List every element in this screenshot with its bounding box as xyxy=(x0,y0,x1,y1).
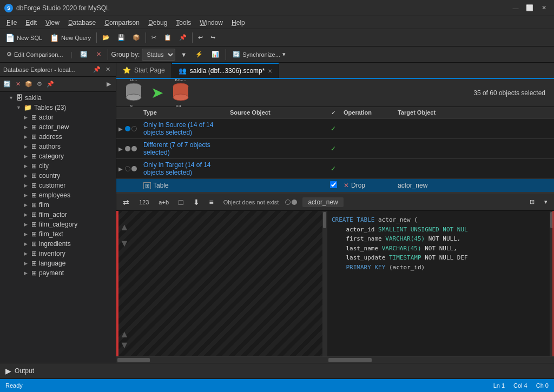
tree-item-tables[interactable]: ▼ 📁 Tables (23) xyxy=(0,103,116,112)
schema-compare-close-icon[interactable]: ✕ xyxy=(268,68,272,74)
tab-start-page[interactable]: ⭐ Start Page xyxy=(116,63,172,78)
close-button[interactable]: ✕ xyxy=(538,2,550,14)
chart-button[interactable]: 📊 xyxy=(208,48,222,62)
sidebar-close-button[interactable]: ✕ xyxy=(103,65,113,75)
window-controls[interactable]: — ⬜ ✕ xyxy=(510,2,550,14)
obj-tb-btn-3[interactable]: a+b xyxy=(155,195,172,209)
synchronize-button[interactable]: 🔄 Synchronize... ▾ xyxy=(229,48,289,62)
menu-edit[interactable]: Edit xyxy=(21,18,41,28)
sidebar-pin-button[interactable]: 📌 xyxy=(92,65,102,75)
obj-tb-btn-1[interactable]: ⇄ xyxy=(120,195,133,209)
cut-button[interactable]: ✂ xyxy=(148,31,160,45)
right-vscrollbar[interactable] xyxy=(550,211,554,356)
tree-item-inventory[interactable]: ▶ ⊞ inventory xyxy=(0,249,116,258)
compare-row-different[interactable]: ▶ Different (7 of 7 objects selected) ✓ xyxy=(116,139,554,159)
undo-button[interactable]: ↩ xyxy=(195,31,206,45)
disconnect-button[interactable]: ✕ xyxy=(13,79,23,89)
tree-item-language[interactable]: ▶ ⊞ language xyxy=(0,258,116,268)
actor-new-checkbox[interactable] xyxy=(330,181,337,188)
new-query-icon: 📋 xyxy=(50,34,59,42)
tree-item-ingredients[interactable]: ▶ ⊞ ingredients xyxy=(0,239,116,249)
actor-new-label: actor_new xyxy=(39,123,69,131)
menu-tools[interactable]: Tools xyxy=(172,18,195,28)
minimize-button[interactable]: — xyxy=(510,2,522,14)
column-operation-header: Operation xyxy=(341,109,395,116)
new-query-button[interactable]: 📋 New Query xyxy=(47,31,94,45)
tree-item-authors[interactable]: ▶ ⊞ authors xyxy=(0,142,116,151)
obj-tb-dropdown-btn[interactable]: ▾ xyxy=(541,195,551,209)
open-button[interactable]: 📂 xyxy=(99,31,113,45)
menu-view[interactable]: View xyxy=(41,18,64,28)
tree-item-actor[interactable]: ▶ ⊞ actor xyxy=(0,112,116,122)
right-scrollbar[interactable] xyxy=(327,356,554,363)
right-code-area[interactable]: CREATE TABLE actor_new ( actor_id SMALLI… xyxy=(327,211,554,356)
tree-item-customer[interactable]: ▶ ⊞ customer xyxy=(0,181,116,190)
edit-comparison-icon: ⚙ xyxy=(6,51,12,58)
filter-db-button[interactable]: ⚙ xyxy=(35,79,44,89)
filter2-button[interactable]: ⚡ xyxy=(192,48,206,62)
scroll-db-button[interactable]: ▶ xyxy=(104,79,114,89)
nav-down-icon[interactable]: ▼ xyxy=(120,238,129,249)
pin-db-button[interactable]: 📌 xyxy=(45,79,55,89)
city-expand-icon: ▶ xyxy=(24,163,31,169)
menu-debug[interactable]: Debug xyxy=(144,18,172,28)
address-expand-icon: ▶ xyxy=(24,134,31,139)
menu-database[interactable]: Database xyxy=(64,18,100,28)
only-target-link[interactable]: Only in Target (14 of 14 objects selecte… xyxy=(143,161,211,176)
obj-tb-more-btn[interactable]: ⊞ xyxy=(526,195,538,209)
nav-prev-icon[interactable]: ▲ xyxy=(120,329,129,340)
save-button[interactable]: 💾 xyxy=(114,31,128,45)
obj-tb-btn-6[interactable]: ≡ xyxy=(206,195,217,209)
tree-item-address[interactable]: ▶ ⊞ address xyxy=(0,132,116,142)
tree-item-category[interactable]: ▶ ⊞ category xyxy=(0,151,116,161)
refresh-button[interactable]: 🔄 xyxy=(77,48,91,62)
db-actions-button[interactable]: 📦 xyxy=(24,79,34,89)
menu-comparison[interactable]: Comparison xyxy=(100,18,144,28)
tree-item-employees[interactable]: ▶ ⊞ employees xyxy=(0,190,116,200)
compare-row-actor-new[interactable]: ⊞ Table ✕ Drop actor_new xyxy=(116,179,554,192)
nav-next-icon[interactable]: ▼ xyxy=(120,340,129,351)
obj-tb-btn-4[interactable]: □ xyxy=(175,195,186,209)
cut-icon: ✂ xyxy=(151,34,156,41)
tree-item-film-actor[interactable]: ▶ ⊞ film_actor xyxy=(0,210,116,220)
left-vscrollbar[interactable] xyxy=(322,211,327,356)
tree-item-film-category[interactable]: ▶ ⊞ film_category xyxy=(0,220,116,229)
menu-window[interactable]: Window xyxy=(195,18,227,28)
tree-item-sakila[interactable]: ▼ 🗄 sakila xyxy=(0,93,116,103)
tree-item-payment[interactable]: ▶ ⊞ payment xyxy=(0,268,116,278)
tree-item-city[interactable]: ▶ ⊞ city xyxy=(0,161,116,171)
tree-item-film[interactable]: ▶ ⊞ film xyxy=(0,200,116,210)
obj-tb-btn-5[interactable]: ⬇ xyxy=(190,195,203,209)
left-scrollbar[interactable] xyxy=(116,356,327,363)
menu-file[interactable]: File xyxy=(2,18,21,28)
target-object-group: loc... sa... xyxy=(172,79,189,109)
groupby-select[interactable]: Status xyxy=(142,49,175,61)
tab-schema-compare[interactable]: 👥 sakila (dbf...3306).scomp* ✕ xyxy=(172,63,280,78)
groupby-label: Group by: xyxy=(111,51,140,58)
new-sql-button[interactable]: 📄 New SQL xyxy=(2,31,45,45)
tree-item-actor-new[interactable]: ▶ ⊞ actor_new xyxy=(0,122,116,132)
maximize-button[interactable]: ⬜ xyxy=(524,2,536,14)
film-label: film xyxy=(39,201,49,209)
redo-button[interactable]: ↪ xyxy=(207,31,219,45)
paste-button[interactable]: 📌 xyxy=(176,31,190,45)
different-link[interactable]: Different (7 of 7 objects selected) xyxy=(143,141,210,156)
compare-row-only-source[interactable]: ▶ Only in Source (14 of 14 objects selec… xyxy=(116,119,554,139)
edit-comparison-button[interactable]: ⚙ Edit Comparison... xyxy=(3,48,66,62)
left-code-area[interactable]: ▲ ▼ ▲ ▼ xyxy=(116,211,327,356)
filter-button[interactable]: ▼ xyxy=(177,48,190,62)
code-panels: ▲ ▼ ▲ ▼ xyxy=(116,211,554,363)
only-source-link[interactable]: Only in Source (14 of 14 objects selecte… xyxy=(143,121,213,136)
save-all-button[interactable]: 📦 xyxy=(129,31,143,45)
actor-new-type-label: Table xyxy=(153,182,169,189)
tree-item-country[interactable]: ▶ ⊞ country xyxy=(0,171,116,181)
compare-row-only-target[interactable]: ▶ Only in Target (14 of 14 objects selec… xyxy=(116,159,554,179)
sakila-db-icon: 🗄 xyxy=(16,94,23,102)
stop-button[interactable]: ✕ xyxy=(93,48,104,62)
nav-up-icon[interactable]: ▲ xyxy=(120,222,129,233)
menu-help[interactable]: Help xyxy=(227,18,249,28)
obj-tb-btn-2[interactable]: 123 xyxy=(136,195,152,209)
refresh-db-button[interactable]: 🔄 xyxy=(2,79,12,89)
copy-button[interactable]: 📋 xyxy=(161,31,175,45)
tree-item-film-text[interactable]: ▶ ⊞ film_text xyxy=(0,229,116,239)
